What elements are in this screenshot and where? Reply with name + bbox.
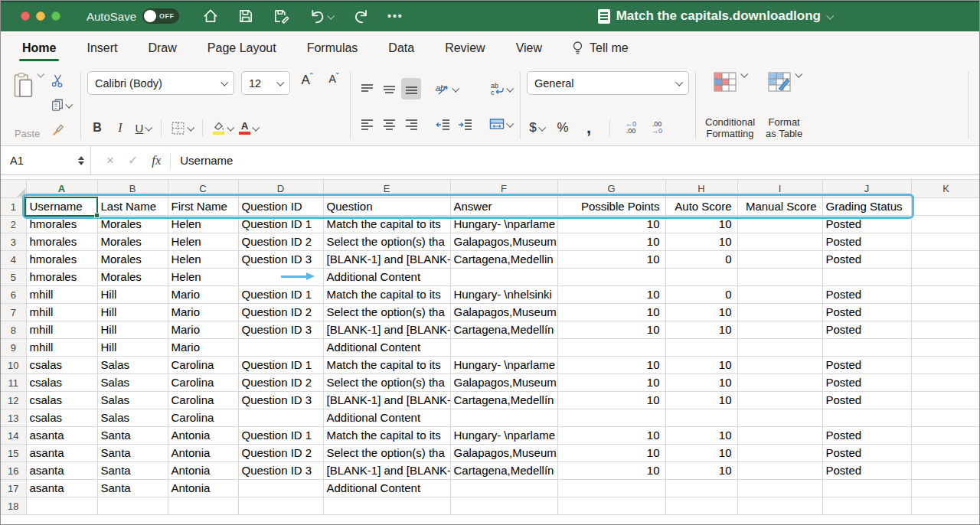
cell-A16[interactable]: asanta: [26, 462, 97, 480]
cell-C11[interactable]: Carolina: [168, 374, 238, 392]
cell-J8[interactable]: Posted: [822, 321, 911, 339]
cell-J7[interactable]: Posted: [822, 304, 911, 321]
cell-H3[interactable]: 10: [665, 233, 737, 251]
cell-D18[interactable]: [238, 497, 323, 515]
cell-F1[interactable]: Answer: [450, 198, 557, 216]
cell-C8[interactable]: Mario: [168, 321, 238, 339]
col-header-K[interactable]: K: [911, 180, 979, 198]
name-box-stepper[interactable]: [78, 156, 84, 165]
cell-F16[interactable]: Cartagena,Medellín: [450, 462, 557, 480]
cell-A3[interactable]: hmorales: [26, 233, 97, 251]
cell-B7[interactable]: Hill: [97, 304, 168, 321]
cell-B18[interactable]: [97, 497, 168, 515]
col-header-E[interactable]: E: [323, 180, 450, 198]
cell-G15[interactable]: 10: [557, 445, 665, 462]
cell-H12[interactable]: 10: [665, 392, 737, 409]
cell-D6[interactable]: Question ID 1: [238, 286, 323, 304]
cell-H8[interactable]: 10: [665, 321, 737, 339]
cell-F18[interactable]: [450, 497, 557, 515]
cell-H5[interactable]: [665, 269, 737, 286]
cell-E18[interactable]: [323, 497, 450, 515]
cell-H18[interactable]: [665, 497, 737, 515]
conditional-formatting-button[interactable]: Conditional Formatting: [705, 70, 755, 141]
cell-F14[interactable]: Hungary- \nparlame: [450, 427, 557, 445]
currency-format-button[interactable]: $: [527, 117, 547, 139]
row-header-3[interactable]: 3: [1, 233, 26, 251]
cell-C18[interactable]: [168, 497, 238, 515]
cell-G1[interactable]: Possible Points: [557, 198, 665, 216]
cell-D5[interactable]: [238, 269, 323, 286]
cell-I8[interactable]: [737, 321, 822, 339]
cell-G3[interactable]: 10: [557, 233, 665, 251]
row-header-2[interactable]: 2: [1, 216, 26, 233]
cell-G6[interactable]: 10: [557, 286, 665, 304]
cell-D3[interactable]: Question ID 2: [238, 233, 323, 251]
cell-E8[interactable]: [BLANK-1] and [BLANK-: [323, 321, 450, 339]
tab-view[interactable]: View: [514, 35, 544, 61]
copy-chevron-icon[interactable]: [65, 100, 73, 108]
align-right-button[interactable]: [401, 113, 421, 135]
cell-E11[interactable]: Select the option(s) tha: [323, 374, 450, 392]
format-painter-button[interactable]: [51, 122, 71, 137]
cell-A12[interactable]: csalas: [26, 392, 97, 409]
cell-E16[interactable]: [BLANK-1] and [BLANK-: [323, 462, 450, 480]
cell-C3[interactable]: Helen: [168, 233, 238, 251]
cell-B13[interactable]: Salas: [97, 409, 168, 427]
tell-me-button[interactable]: Tell me: [571, 41, 629, 56]
cell-D7[interactable]: Question ID 2: [238, 304, 323, 321]
paste-button[interactable]: Paste: [11, 70, 43, 141]
cell-A14[interactable]: asanta: [26, 427, 97, 445]
align-bottom-button[interactable]: [401, 78, 421, 99]
cell-D13[interactable]: [238, 409, 323, 427]
cell-C14[interactable]: Antonia: [168, 427, 238, 445]
cell-D11[interactable]: Question ID 2: [238, 374, 323, 392]
cell-D12[interactable]: Question ID 3: [238, 392, 323, 409]
cell-A1[interactable]: Username: [26, 198, 97, 216]
cell-K9[interactable]: [911, 339, 979, 357]
cell-B16[interactable]: Santa: [97, 462, 168, 480]
cell-I12[interactable]: [737, 392, 822, 409]
cell-E4[interactable]: [BLANK-1] and [BLANK-: [323, 251, 450, 269]
cell-I10[interactable]: [737, 357, 822, 374]
increase-font-size-button[interactable]: Aˆ: [297, 73, 317, 94]
cell-C15[interactable]: Antonia: [168, 445, 238, 462]
cell-F2[interactable]: Hungary- \nparlame: [450, 216, 557, 233]
cell-A7[interactable]: mhill: [26, 304, 97, 321]
zoom-window-button[interactable]: [51, 11, 60, 21]
cell-I11[interactable]: [737, 374, 822, 392]
orientation-button[interactable]: ab: [433, 78, 459, 99]
cell-G18[interactable]: [557, 497, 665, 515]
name-box[interactable]: A1: [1, 146, 91, 174]
cell-H14[interactable]: 10: [665, 427, 737, 445]
cell-G4[interactable]: 10: [557, 251, 665, 269]
col-header-I[interactable]: I: [737, 180, 822, 198]
cell-I16[interactable]: [737, 462, 822, 480]
cell-A5[interactable]: hmorales: [26, 269, 97, 286]
col-header-F[interactable]: F: [450, 180, 557, 198]
cell-H7[interactable]: 10: [665, 304, 737, 321]
cell-H11[interactable]: 10: [665, 374, 737, 392]
align-middle-button[interactable]: [379, 78, 399, 99]
cell-I18[interactable]: [737, 497, 822, 515]
cell-A2[interactable]: hmorales: [26, 216, 97, 233]
cell-J15[interactable]: Posted: [822, 445, 911, 462]
cell-D1[interactable]: Question ID: [238, 198, 323, 216]
cell-F12[interactable]: Cartagena,Medellín: [450, 392, 557, 409]
cell-J14[interactable]: Posted: [822, 427, 911, 445]
underline-button[interactable]: U: [133, 117, 153, 139]
percent-format-button[interactable]: %: [553, 117, 573, 139]
cell-F17[interactable]: [450, 480, 557, 497]
borders-button[interactable]: [169, 117, 194, 139]
cell-J18[interactable]: [822, 497, 911, 515]
cell-A4[interactable]: hmorales: [26, 251, 97, 269]
cell-A11[interactable]: csalas: [26, 374, 97, 392]
cell-F3[interactable]: Galapagos,Museum: [450, 233, 557, 251]
cell-B5[interactable]: Morales: [97, 269, 168, 286]
font-color-button[interactable]: A: [237, 117, 260, 139]
cell-B4[interactable]: Morales: [97, 251, 168, 269]
save-as-button[interactable]: [273, 8, 289, 24]
cell-F7[interactable]: Galapagos,Museum: [450, 304, 557, 321]
insert-function-button[interactable]: fx: [152, 153, 161, 168]
cell-K2[interactable]: [911, 216, 979, 233]
decrease-font-size-button[interactable]: Aˇ: [324, 73, 344, 94]
